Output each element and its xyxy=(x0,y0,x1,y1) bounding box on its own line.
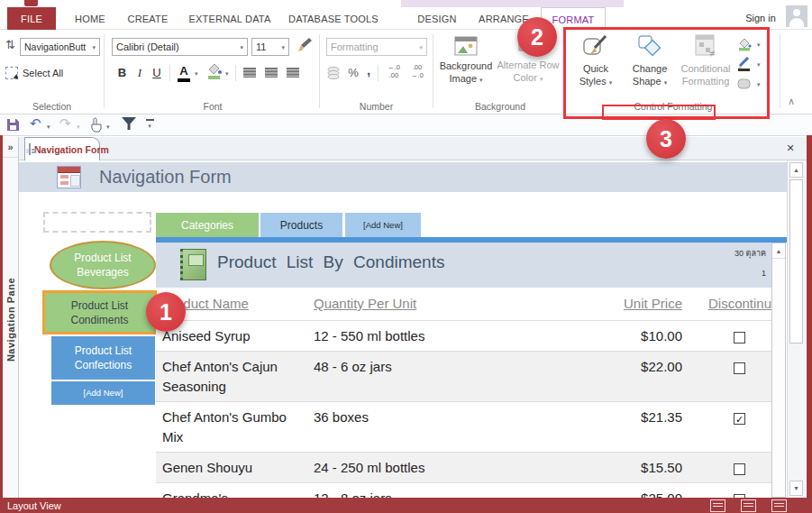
comma-label: , xyxy=(367,62,370,78)
nav-button-add-new-label: [Add New] xyxy=(84,386,123,400)
customize-qat-button[interactable]: ▾ xyxy=(144,119,155,132)
align-left-icon[interactable] xyxy=(243,68,256,78)
nav-button-confections[interactable]: Product List Confections xyxy=(51,336,155,380)
form-tab-add-new[interactable]: [Add New] xyxy=(345,213,421,237)
sign-in-label: Sign in xyxy=(745,13,776,23)
unit-price-cell[interactable]: $25.00 xyxy=(526,483,682,498)
product-name-cell[interactable]: Grandma's Boysenberry Spread xyxy=(156,483,314,498)
product-name-cell[interactable]: Chef Anton's Cajun Seasoning xyxy=(156,352,314,401)
document-tab-navigation-form[interactable]: Navigation Form xyxy=(24,137,100,160)
tab-home[interactable]: HOME xyxy=(67,7,114,30)
font-color-button[interactable]: A xyxy=(177,62,191,81)
chevron-down-icon[interactable]: ▾ xyxy=(106,124,110,130)
tab-design[interactable]: DESIGN xyxy=(407,7,467,30)
comma-format-button[interactable]: , xyxy=(364,61,373,78)
tab-create[interactable]: CREATE xyxy=(123,7,173,30)
empty-button-placeholder[interactable] xyxy=(43,212,151,233)
header-quantity-per-unit[interactable]: Quantity Per Unit xyxy=(314,296,416,311)
bold-button[interactable]: B xyxy=(114,64,130,81)
subform-scroll-up-button[interactable]: ▲ xyxy=(772,243,785,259)
subform-scrollbar[interactable]: ▲ xyxy=(771,243,786,498)
decrease-decimals-button[interactable]: .00 →.0 xyxy=(407,63,427,81)
navigation-pane-collapsed[interactable]: » Navigation Pane xyxy=(3,137,19,498)
nav-pane-expand-button[interactable]: » xyxy=(3,137,18,158)
percent-format-button[interactable]: % xyxy=(346,64,360,80)
quantity-cell[interactable]: 24 - 250 ml bottles xyxy=(314,453,526,482)
expand-chevrons-icon: » xyxy=(7,142,13,152)
unit-price-cell[interactable]: $15.50 xyxy=(526,453,682,482)
form-doc-icon xyxy=(29,143,31,155)
increase-decimals-button[interactable]: ←.0 .00 xyxy=(384,63,404,81)
sign-in-link[interactable]: Sign in xyxy=(739,9,782,27)
nav-button-condiments-label: Product List Condiments xyxy=(56,298,143,327)
font-size-combo[interactable]: 11 ▾ xyxy=(251,38,289,56)
nav-button-condiments-selected[interactable]: Product List Condiments xyxy=(42,290,157,334)
tab-database-tools[interactable]: DATABASE TOOLS xyxy=(287,7,380,30)
table-row: Genen Shouyu24 - 250 ml bottles$15.50 xyxy=(156,452,771,482)
quantity-cell[interactable]: 48 - 6 oz jars xyxy=(314,352,526,401)
align-right-icon[interactable] xyxy=(287,68,299,78)
save-button[interactable] xyxy=(6,118,20,132)
selection-object-combo[interactable]: NavigationButt ▾ xyxy=(20,38,100,56)
unit-price-cell[interactable]: $21.35 xyxy=(526,402,682,452)
unit-price-cell[interactable]: $10.00 xyxy=(526,321,682,351)
header-unit-price[interactable]: Unit Price xyxy=(624,296,682,311)
group-label-selection: Selection xyxy=(0,101,104,112)
form-tab-categories[interactable]: Categories xyxy=(156,213,259,237)
tab-database-tools-label: DATABASE TOOLS xyxy=(288,14,379,24)
quantity-cell[interactable]: 12 - 550 ml bottles xyxy=(314,321,526,351)
alternate-row-color-label: Alternate Row Color xyxy=(497,60,559,83)
chevron-down-icon[interactable]: ▾ xyxy=(225,70,229,77)
form-tab-products[interactable]: Products xyxy=(260,213,342,237)
fill-color-icon[interactable] xyxy=(205,61,223,81)
header-discontinued[interactable]: Discontinued xyxy=(708,296,771,311)
chevron-down-icon[interactable]: ▾ xyxy=(195,70,198,77)
redo-button[interactable]: ↷ xyxy=(59,115,71,132)
discontinued-checkbox[interactable] xyxy=(734,463,745,475)
undo-button[interactable]: ↶ xyxy=(30,115,41,132)
number-format-combo[interactable]: Formatting ▾ xyxy=(326,38,427,56)
form-scrollbar[interactable]: ▲ ▼ xyxy=(787,160,805,498)
quantity-cell[interactable]: 36 boxes xyxy=(314,402,526,452)
nav-pane-vertical-label: Navigation Pane xyxy=(5,278,16,362)
increase-decimals-top: ←.0 xyxy=(384,63,404,71)
annotation-circle-1: 1 xyxy=(146,292,186,332)
form-scroll-up-button[interactable]: ▲ xyxy=(789,162,803,178)
product-name-cell[interactable]: Chef Anton's Gumbo Mix xyxy=(156,402,314,452)
discontinued-checkbox[interactable]: ✓ xyxy=(734,413,745,425)
close-form-button[interactable]: ✕ xyxy=(783,141,798,155)
user-avatar-icon[interactable] xyxy=(786,5,807,27)
underline-button[interactable]: U xyxy=(150,64,164,81)
ribbon-collapse-icon[interactable]: ∧ xyxy=(788,96,795,107)
form-view-button[interactable] xyxy=(741,499,756,512)
app-icon-fragment xyxy=(24,0,38,6)
background-image-button[interactable]: Background Image ▾ xyxy=(439,33,493,99)
window-right-edge xyxy=(807,135,812,498)
tab-design-label: DESIGN xyxy=(417,14,456,24)
chevron-down-icon[interactable]: ▾ xyxy=(47,124,50,130)
form-scroll-down-button[interactable]: ▼ xyxy=(789,481,803,496)
filter-icon[interactable] xyxy=(121,116,137,132)
italic-button[interactable]: I xyxy=(133,64,146,81)
quantity-cell[interactable]: 12 - 8 oz jars xyxy=(314,483,526,498)
nav-button-beverages[interactable]: Product List Beverages xyxy=(50,241,156,289)
align-center-icon[interactable] xyxy=(265,68,278,78)
currency-format-icon[interactable] xyxy=(326,65,342,80)
select-all-button[interactable]: Select All xyxy=(5,65,96,81)
tab-external-data[interactable]: EXTERNAL DATA xyxy=(182,7,278,30)
discontinued-checkbox[interactable] xyxy=(734,362,745,374)
form-layout-view: Navigation Form Categories Products [Add… xyxy=(19,160,787,498)
discontinued-checkbox[interactable] xyxy=(734,332,745,344)
tab-file[interactable]: FILE xyxy=(7,7,56,30)
form-scroll-thumb[interactable] xyxy=(789,179,803,344)
format-painter-icon[interactable] xyxy=(297,37,313,55)
layout-view-button[interactable] xyxy=(771,499,787,512)
unit-price-cell[interactable]: $22.00 xyxy=(526,352,682,401)
increase-decimals-bottom: .00 xyxy=(384,71,404,79)
datasheet-view-button[interactable] xyxy=(710,499,725,512)
close-icon: ✕ xyxy=(786,142,794,154)
product-name-cell[interactable]: Genen Shouyu xyxy=(156,453,314,482)
touch-mouse-mode-button[interactable] xyxy=(89,117,104,133)
font-family-combo[interactable]: Calibri (Detail) ▾ xyxy=(112,38,248,56)
nav-button-add-new[interactable]: [Add New] xyxy=(51,381,155,405)
